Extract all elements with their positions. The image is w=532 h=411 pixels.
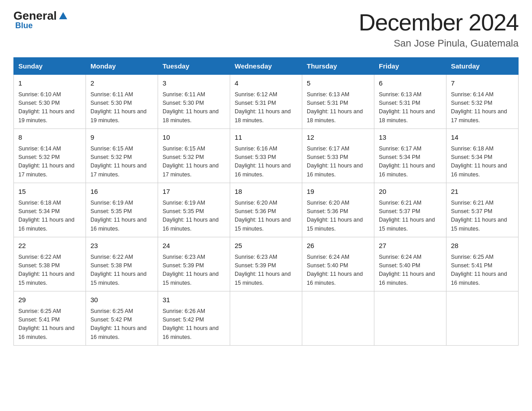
calendar-cell xyxy=(446,291,519,346)
weekday-header-thursday: Thursday xyxy=(302,58,374,75)
calendar-cell: 14Sunrise: 6:18 AMSunset: 5:34 PMDayligh… xyxy=(446,129,519,183)
calendar-cell: 27Sunrise: 6:24 AMSunset: 5:40 PMDayligh… xyxy=(374,237,446,291)
day-number: 15 xyxy=(18,187,81,197)
calendar-cell: 31Sunrise: 6:26 AMSunset: 5:42 PMDayligh… xyxy=(158,291,230,346)
logo-icon xyxy=(58,11,68,21)
calendar-table: SundayMondayTuesdayWednesdayThursdayFrid… xyxy=(13,57,519,346)
day-number: 6 xyxy=(379,78,442,89)
weekday-header-tuesday: Tuesday xyxy=(158,58,230,75)
calendar-cell: 24Sunrise: 6:23 AMSunset: 5:39 PMDayligh… xyxy=(158,237,230,291)
day-info: Sunrise: 6:14 AMSunset: 5:32 PMDaylight:… xyxy=(18,145,81,180)
day-info: Sunrise: 6:23 AMSunset: 5:39 PMDaylight:… xyxy=(235,253,297,288)
day-info: Sunrise: 6:13 AMSunset: 5:31 PMDaylight:… xyxy=(379,90,442,125)
day-number: 12 xyxy=(307,133,369,143)
day-number: 28 xyxy=(451,241,514,251)
day-number: 10 xyxy=(163,133,225,143)
weekday-header-wednesday: Wednesday xyxy=(230,58,302,75)
day-number: 18 xyxy=(235,187,297,197)
day-info: Sunrise: 6:18 AMSunset: 5:34 PMDaylight:… xyxy=(18,199,81,234)
title-area: December 2024 San Jose Pinula, Guatemala xyxy=(359,9,519,49)
calendar-week-row: 22Sunrise: 6:22 AMSunset: 5:38 PMDayligh… xyxy=(14,237,519,291)
calendar-cell: 25Sunrise: 6:23 AMSunset: 5:39 PMDayligh… xyxy=(230,237,302,291)
calendar-cell: 29Sunrise: 6:25 AMSunset: 5:41 PMDayligh… xyxy=(14,291,86,346)
day-info: Sunrise: 6:19 AMSunset: 5:35 PMDaylight:… xyxy=(90,199,153,234)
day-info: Sunrise: 6:21 AMSunset: 5:37 PMDaylight:… xyxy=(379,199,442,234)
calendar-cell: 8Sunrise: 6:14 AMSunset: 5:32 PMDaylight… xyxy=(14,129,86,183)
day-number: 13 xyxy=(379,133,442,143)
calendar-week-row: 15Sunrise: 6:18 AMSunset: 5:34 PMDayligh… xyxy=(14,183,519,237)
day-info: Sunrise: 6:24 AMSunset: 5:40 PMDaylight:… xyxy=(307,253,369,288)
day-number: 11 xyxy=(235,133,297,143)
calendar-cell: 22Sunrise: 6:22 AMSunset: 5:38 PMDayligh… xyxy=(14,237,86,291)
day-info: Sunrise: 6:25 AMSunset: 5:42 PMDaylight:… xyxy=(90,307,153,342)
day-info: Sunrise: 6:11 AMSunset: 5:30 PMDaylight:… xyxy=(90,90,153,125)
day-info: Sunrise: 6:24 AMSunset: 5:40 PMDaylight:… xyxy=(379,253,442,288)
weekday-header-monday: Monday xyxy=(86,58,158,75)
calendar-cell: 7Sunrise: 6:14 AMSunset: 5:32 PMDaylight… xyxy=(446,75,519,129)
day-info: Sunrise: 6:19 AMSunset: 5:35 PMDaylight:… xyxy=(163,199,225,234)
day-info: Sunrise: 6:15 AMSunset: 5:32 PMDaylight:… xyxy=(90,145,153,180)
day-number: 3 xyxy=(163,78,225,89)
calendar-cell: 12Sunrise: 6:17 AMSunset: 5:33 PMDayligh… xyxy=(302,129,374,183)
calendar-cell: 30Sunrise: 6:25 AMSunset: 5:42 PMDayligh… xyxy=(86,291,158,346)
calendar-cell: 15Sunrise: 6:18 AMSunset: 5:34 PMDayligh… xyxy=(14,183,86,237)
day-number: 2 xyxy=(90,78,153,89)
calendar-cell: 28Sunrise: 6:25 AMSunset: 5:41 PMDayligh… xyxy=(446,237,519,291)
day-info: Sunrise: 6:10 AMSunset: 5:30 PMDaylight:… xyxy=(18,90,81,125)
calendar-cell: 9Sunrise: 6:15 AMSunset: 5:32 PMDaylight… xyxy=(86,129,158,183)
calendar-cell xyxy=(374,291,446,346)
day-info: Sunrise: 6:12 AMSunset: 5:31 PMDaylight:… xyxy=(235,90,297,125)
day-info: Sunrise: 6:15 AMSunset: 5:32 PMDaylight:… xyxy=(163,145,225,180)
day-number: 7 xyxy=(451,78,514,89)
calendar-cell: 17Sunrise: 6:19 AMSunset: 5:35 PMDayligh… xyxy=(158,183,230,237)
day-number: 4 xyxy=(235,78,297,89)
day-number: 20 xyxy=(379,187,442,197)
day-info: Sunrise: 6:14 AMSunset: 5:32 PMDaylight:… xyxy=(451,90,514,125)
day-info: Sunrise: 6:11 AMSunset: 5:30 PMDaylight:… xyxy=(163,90,225,125)
day-info: Sunrise: 6:16 AMSunset: 5:33 PMDaylight:… xyxy=(235,145,297,180)
logo-blue-text: Blue xyxy=(15,21,33,30)
day-number: 26 xyxy=(307,241,369,251)
calendar-week-row: 8Sunrise: 6:14 AMSunset: 5:32 PMDaylight… xyxy=(14,129,519,183)
day-number: 24 xyxy=(163,241,225,251)
day-info: Sunrise: 6:21 AMSunset: 5:37 PMDaylight:… xyxy=(451,199,514,234)
day-number: 25 xyxy=(235,241,297,251)
day-info: Sunrise: 6:13 AMSunset: 5:31 PMDaylight:… xyxy=(307,90,369,125)
weekday-header-friday: Friday xyxy=(374,58,446,75)
calendar-cell: 3Sunrise: 6:11 AMSunset: 5:30 PMDaylight… xyxy=(158,75,230,129)
calendar-cell: 5Sunrise: 6:13 AMSunset: 5:31 PMDaylight… xyxy=(302,75,374,129)
day-number: 19 xyxy=(307,187,369,197)
svg-marker-0 xyxy=(59,12,67,19)
weekday-header-row: SundayMondayTuesdayWednesdayThursdayFrid… xyxy=(14,58,519,75)
day-info: Sunrise: 6:20 AMSunset: 5:36 PMDaylight:… xyxy=(307,199,369,234)
day-info: Sunrise: 6:26 AMSunset: 5:42 PMDaylight:… xyxy=(163,307,225,342)
calendar-cell xyxy=(302,291,374,346)
day-number: 29 xyxy=(18,295,81,305)
day-info: Sunrise: 6:22 AMSunset: 5:38 PMDaylight:… xyxy=(90,253,153,288)
day-number: 23 xyxy=(90,241,153,251)
page-header: General Blue December 2024 San Jose Pinu… xyxy=(13,9,519,49)
day-number: 16 xyxy=(90,187,153,197)
day-number: 17 xyxy=(163,187,225,197)
day-info: Sunrise: 6:22 AMSunset: 5:38 PMDaylight:… xyxy=(18,253,81,288)
calendar-cell: 26Sunrise: 6:24 AMSunset: 5:40 PMDayligh… xyxy=(302,237,374,291)
day-info: Sunrise: 6:17 AMSunset: 5:33 PMDaylight:… xyxy=(307,145,369,180)
day-info: Sunrise: 6:23 AMSunset: 5:39 PMDaylight:… xyxy=(163,253,225,288)
day-number: 9 xyxy=(90,133,153,143)
day-info: Sunrise: 6:25 AMSunset: 5:41 PMDaylight:… xyxy=(18,307,81,342)
calendar-cell: 23Sunrise: 6:22 AMSunset: 5:38 PMDayligh… xyxy=(86,237,158,291)
month-title: December 2024 xyxy=(359,9,519,36)
day-number: 22 xyxy=(18,241,81,251)
weekday-header-saturday: Saturday xyxy=(446,58,519,75)
calendar-cell: 10Sunrise: 6:15 AMSunset: 5:32 PMDayligh… xyxy=(158,129,230,183)
day-number: 14 xyxy=(451,133,514,143)
calendar-cell: 21Sunrise: 6:21 AMSunset: 5:37 PMDayligh… xyxy=(446,183,519,237)
day-info: Sunrise: 6:25 AMSunset: 5:41 PMDaylight:… xyxy=(451,253,514,288)
logo: General Blue xyxy=(13,9,69,30)
calendar-cell: 16Sunrise: 6:19 AMSunset: 5:35 PMDayligh… xyxy=(86,183,158,237)
calendar-cell: 11Sunrise: 6:16 AMSunset: 5:33 PMDayligh… xyxy=(230,129,302,183)
day-info: Sunrise: 6:17 AMSunset: 5:34 PMDaylight:… xyxy=(379,145,442,180)
calendar-cell xyxy=(230,291,302,346)
calendar-cell: 19Sunrise: 6:20 AMSunset: 5:36 PMDayligh… xyxy=(302,183,374,237)
day-number: 5 xyxy=(307,78,369,89)
